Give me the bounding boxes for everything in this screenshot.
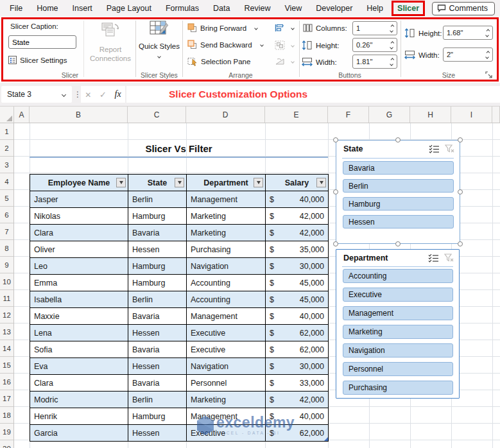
slicer-item-navigation[interactable]: Navigation: [343, 343, 453, 358]
selection-pane-button[interactable]: Selection Pane: [187, 56, 250, 66]
multi-select-icon[interactable]: [428, 254, 439, 263]
slicer-item-personnel[interactable]: Personnel: [343, 362, 453, 376]
tab-developer[interactable]: Developer: [309, 0, 359, 17]
row-header-15[interactable]: 15: [0, 357, 13, 374]
cell-department[interactable]: Accounting: [187, 291, 266, 308]
row-header-19[interactable]: 19: [0, 424, 13, 440]
row-header-7[interactable]: 7: [0, 223, 13, 240]
cell-employee-name[interactable]: Henrik: [30, 408, 128, 425]
cell-employee-name[interactable]: Leo: [30, 258, 128, 275]
name-box-chevron-icon[interactable]: [62, 92, 66, 96]
cell-salary[interactable]: $42,000: [266, 225, 329, 241]
cell-employee-name[interactable]: Sofia: [30, 341, 128, 358]
cell-department[interactable]: Management: [187, 308, 266, 325]
select-all-corner[interactable]: [0, 107, 14, 123]
cell-employee-name[interactable]: Garcia: [30, 425, 128, 442]
cell-salary[interactable]: $30,000: [266, 258, 329, 275]
spinner-arrows[interactable]: [386, 55, 397, 68]
buttons-height-value[interactable]: 0.26": [353, 41, 386, 49]
spinner-arrows[interactable]: [482, 48, 492, 61]
resize-handle[interactable]: [395, 137, 401, 142]
cell-employee-name[interactable]: Lena: [30, 325, 128, 341]
cell-salary[interactable]: $62,000: [266, 325, 329, 341]
row-header-6[interactable]: 6: [0, 207, 13, 223]
cell-state[interactable]: Hamburg: [128, 275, 187, 291]
cell-state[interactable]: Bavaria: [128, 375, 187, 392]
department-slicer[interactable]: Department AccountingExecutiveManagement…: [336, 249, 460, 399]
state-slicer[interactable]: State BavariaBerlinHamburgHessen: [336, 140, 460, 244]
row-header-17[interactable]: 17: [0, 390, 13, 407]
slicer-item-accounting[interactable]: Accounting: [343, 269, 453, 283]
cell-employee-name[interactable]: Nikolas: [30, 208, 128, 225]
slicer-item-purchasing[interactable]: Purchasing: [343, 381, 453, 395]
cell-salary[interactable]: $45,000: [266, 275, 329, 291]
row-header-8[interactable]: 8: [0, 240, 13, 257]
cell-employee-name[interactable]: Oliver: [30, 241, 128, 258]
cell-department[interactable]: Personnel: [187, 375, 266, 392]
cell-employee-name[interactable]: Eva: [30, 358, 128, 375]
cell-state[interactable]: Hessen: [128, 425, 187, 442]
dropdown-chevron-icon[interactable]: [254, 26, 258, 30]
cell-department[interactable]: Marketing: [187, 208, 266, 225]
filter-dropdown-button[interactable]: [316, 178, 326, 187]
row-header-16[interactable]: 16: [0, 374, 13, 390]
cell-salary[interactable]: $62,000: [266, 425, 329, 442]
size-height-spinner[interactable]: 1.68": [443, 26, 493, 40]
cell-salary[interactable]: $45,000: [266, 291, 329, 308]
cell-state[interactable]: Berlin: [128, 191, 187, 208]
cell-state[interactable]: Hessen: [128, 241, 187, 258]
slicer-item-berlin[interactable]: Berlin: [343, 179, 454, 193]
cell-department[interactable]: Marketing: [187, 392, 266, 408]
row-header-13[interactable]: 13: [0, 323, 13, 340]
spinner-arrows[interactable]: [386, 39, 397, 51]
cell-salary[interactable]: $30,000: [266, 358, 329, 375]
row-header-9[interactable]: 9: [0, 257, 13, 273]
tab-slicer[interactable]: Slicer: [392, 1, 425, 16]
tab-help[interactable]: Help: [359, 0, 390, 17]
slicer-item-hamburg[interactable]: Hamburg: [343, 197, 454, 211]
multi-select-icon[interactable]: [429, 144, 440, 153]
cell-department[interactable]: Marketing: [187, 225, 266, 241]
cell-salary[interactable]: $62,000: [266, 341, 329, 358]
tab-view[interactable]: View: [277, 0, 309, 17]
resize-handle[interactable]: [333, 137, 338, 142]
send-backward-button[interactable]: Send Backward: [187, 40, 263, 49]
slicer-caption-input[interactable]: [8, 35, 76, 49]
size-height-value[interactable]: 1.68": [444, 29, 482, 37]
row-header-2[interactable]: 2: [0, 140, 13, 157]
comments-button[interactable]: Comments: [432, 2, 495, 15]
spinner-arrows[interactable]: [482, 26, 492, 39]
cell-state[interactable]: Berlin: [128, 291, 187, 308]
slicer-item-hessen[interactable]: Hessen: [343, 215, 454, 228]
bring-forward-button[interactable]: Bring Forward: [187, 23, 257, 33]
cell-state[interactable]: Hessen: [128, 325, 187, 341]
slicer-item-management[interactable]: Management: [343, 306, 453, 320]
cell-state[interactable]: Bavaria: [128, 308, 187, 325]
size-width-spinner[interactable]: 2": [443, 47, 493, 62]
insert-function-icon[interactable]: fx: [115, 89, 121, 99]
column-header-e[interactable]: E: [265, 107, 328, 123]
column-header-h[interactable]: H: [410, 107, 451, 123]
column-header-g[interactable]: G: [369, 107, 410, 123]
cell-employee-name[interactable]: Clara: [30, 375, 128, 392]
row-header-4[interactable]: 4: [0, 173, 13, 190]
tab-page-layout[interactable]: Page Layout: [99, 0, 159, 17]
filter-dropdown-button[interactable]: [175, 178, 184, 187]
quick-styles-button[interactable]: Quick Styles: [139, 21, 180, 60]
row-header-5[interactable]: 5: [0, 190, 13, 207]
name-box[interactable]: State 3: [1, 86, 72, 103]
tab-data[interactable]: Data: [206, 0, 237, 17]
column-header-i[interactable]: I: [451, 107, 492, 123]
cell-department[interactable]: Navigation: [187, 258, 266, 275]
filter-dropdown-button[interactable]: [116, 178, 126, 187]
buttons-height-spinner[interactable]: 0.26": [352, 38, 397, 52]
cell-state[interactable]: Hamburg: [128, 208, 187, 225]
row-header-14[interactable]: 14: [0, 340, 13, 357]
dropdown-chevron-icon[interactable]: [291, 26, 295, 30]
slicer-item-bavaria[interactable]: Bavaria: [343, 161, 454, 175]
column-header-b[interactable]: B: [30, 107, 128, 123]
align-button[interactable]: [275, 24, 294, 32]
tab-file[interactable]: File: [3, 0, 30, 17]
tab-formulas[interactable]: Formulas: [159, 0, 206, 17]
cell-department[interactable]: Navigation: [187, 358, 266, 375]
